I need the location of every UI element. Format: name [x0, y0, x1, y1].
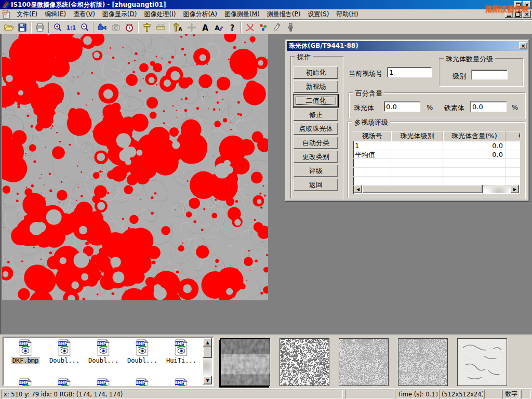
pearlite-percent-input[interactable]: [384, 101, 420, 112]
timer-button[interactable]: [123, 21, 136, 33]
change-class-button[interactable]: 更改类别: [294, 151, 338, 163]
file-item[interactable]: Doubl...: [124, 339, 161, 364]
actual-size-button[interactable]: 1:1: [64, 21, 78, 33]
menu-help[interactable]: 帮助(H): [332, 9, 362, 20]
toolbar-separator: [31, 22, 32, 33]
scroll-down-button[interactable]: ▼: [203, 376, 212, 384]
file-item[interactable]: Doubl...: [46, 339, 83, 364]
timer-clock-icon: [124, 22, 135, 33]
camera-capture-button[interactable]: [109, 21, 123, 33]
grade-level-input[interactable]: [471, 70, 508, 79]
video-capture-button[interactable]: [96, 21, 109, 33]
grade-group-label: 珠光体数量分级: [444, 55, 495, 64]
file-item[interactable]: DKF.bmp: [7, 339, 44, 364]
file-item[interactable]: [85, 378, 122, 386]
col-field-number[interactable]: 视场号: [353, 131, 391, 141]
rate-button[interactable]: 评级: [294, 165, 338, 177]
new-field-button[interactable]: 新视场: [294, 81, 338, 93]
file-item[interactable]: [46, 378, 83, 386]
correct-button[interactable]: 修正: [294, 109, 338, 121]
file-item[interactable]: [124, 378, 161, 386]
zoom-out-icon: [79, 22, 90, 33]
thumbnail-2[interactable]: [280, 338, 329, 386]
save-floppy-icon: [17, 22, 28, 33]
file-item[interactable]: HuiTi...: [163, 339, 200, 364]
dialog-title-bar[interactable]: 珠光体(GB/T9441-88): [287, 41, 528, 51]
current-field-input[interactable]: [387, 67, 432, 77]
dialog-close-button[interactable]: ×: [519, 42, 527, 49]
empty-panel: [521, 390, 531, 398]
file-list[interactable]: DKF.bmp Doubl... Doubl... Doubl... HuiTi…: [3, 337, 214, 386]
status-bar: x: 510 y: 79 idx: 0 RGB: (174, 174, 174)…: [0, 388, 532, 399]
menu-image-display[interactable]: 图像显示(D): [99, 9, 141, 20]
table-horizontal-scrollbar[interactable]: ◀ ▶: [354, 185, 519, 193]
thumbnail-5[interactable]: [457, 338, 507, 386]
zoom-in-icon: [52, 22, 63, 33]
return-button[interactable]: 返回: [294, 179, 338, 191]
menu-measure-report[interactable]: 测量报告(P): [263, 9, 304, 20]
toolbar-separator: [138, 22, 139, 33]
thumbnail-4[interactable]: [398, 338, 448, 386]
ruler-button[interactable]: [154, 21, 167, 33]
file-item[interactable]: Doubl...: [85, 339, 122, 364]
file-panel: DKF.bmp Doubl... Doubl... Doubl... HuiTi…: [0, 334, 532, 388]
open-button[interactable]: [2, 21, 16, 33]
curve-tool-button[interactable]: [243, 21, 257, 33]
thumbnail-1[interactable]: [220, 338, 270, 386]
menu-image-processing[interactable]: 图像处理(I): [140, 9, 179, 20]
table-row[interactable]: 平均值 0.0: [353, 150, 520, 159]
document-system-menu-icon[interactable]: DOC: [2, 10, 11, 19]
menu-image-measure[interactable]: 图像测量(M): [221, 9, 263, 20]
scroll-up-button[interactable]: ▲: [203, 338, 212, 347]
app-logo-icon: [1, 1, 9, 9]
move-button[interactable]: [185, 21, 198, 33]
help-button[interactable]: ?: [225, 21, 239, 33]
binarize-button[interactable]: 二值化: [294, 95, 338, 107]
print-icon: [35, 22, 45, 33]
caliper-button[interactable]: [140, 21, 154, 33]
move-cross-icon: [187, 22, 197, 33]
percent-group-label: 百分含量: [353, 89, 384, 98]
metallographic-image[interactable]: [2, 34, 268, 300]
annotate-text-icon: A: [214, 22, 224, 33]
toolbar-separator: [241, 22, 242, 33]
time-panel: Time (s): 0.113: [395, 390, 437, 398]
ferrite-percent-input[interactable]: [470, 101, 507, 112]
auto-classify-button[interactable]: 自动分类: [294, 137, 338, 149]
col-ferrite-content[interactable]: 铁素体: [506, 131, 520, 141]
print-button[interactable]: [33, 21, 47, 33]
color-classify-button[interactable]: [257, 21, 270, 33]
pen-tool-button[interactable]: [270, 21, 284, 33]
zoom-in-button[interactable]: [51, 21, 64, 33]
menu-settings[interactable]: 设置(S): [304, 9, 332, 20]
zoom-out-button[interactable]: [78, 21, 91, 33]
menu-view[interactable]: 查看(V): [70, 9, 99, 20]
menu-file[interactable]: 文件(F): [13, 9, 41, 20]
file-list-scrollbar[interactable]: ▲ ▼: [203, 338, 212, 384]
thumbnail-3[interactable]: [339, 338, 389, 386]
scroll-left-button[interactable]: ◀: [354, 185, 362, 193]
save-button[interactable]: [16, 21, 29, 33]
scrollbar-thumb[interactable]: [203, 347, 212, 358]
cell-pearlite: 0.0: [443, 150, 506, 159]
file-item[interactable]: [163, 378, 200, 386]
col-pearlite-grade[interactable]: 珠光体级别: [391, 131, 443, 141]
text-label-button[interactable]: A: [198, 21, 212, 33]
scroll-right-button[interactable]: ▶: [511, 185, 519, 193]
initialize-button[interactable]: 初始化: [294, 66, 338, 79]
ruler-icon: [155, 22, 166, 33]
menu-image-analysis[interactable]: 图像分析(A): [179, 9, 221, 20]
file-item[interactable]: [7, 378, 44, 386]
col-pearlite-content[interactable]: 珠光体含量(%): [443, 131, 506, 141]
scrollbar-track[interactable]: [483, 185, 511, 193]
flashlight-button[interactable]: [284, 21, 297, 33]
menu-edit[interactable]: 编辑(E): [41, 9, 70, 20]
table-row[interactable]: 1 0.0: [353, 141, 520, 150]
letter-a-icon: A: [200, 22, 210, 33]
measure-scale-button[interactable]: A: [171, 21, 185, 33]
pick-pearlite-button[interactable]: 点取珠光体: [294, 123, 338, 135]
scrollbar-track[interactable]: [203, 358, 212, 376]
bmp-file-icon: [97, 339, 110, 356]
annotate-button[interactable]: A: [212, 21, 225, 33]
scrollbar-thumb[interactable]: [362, 185, 483, 193]
